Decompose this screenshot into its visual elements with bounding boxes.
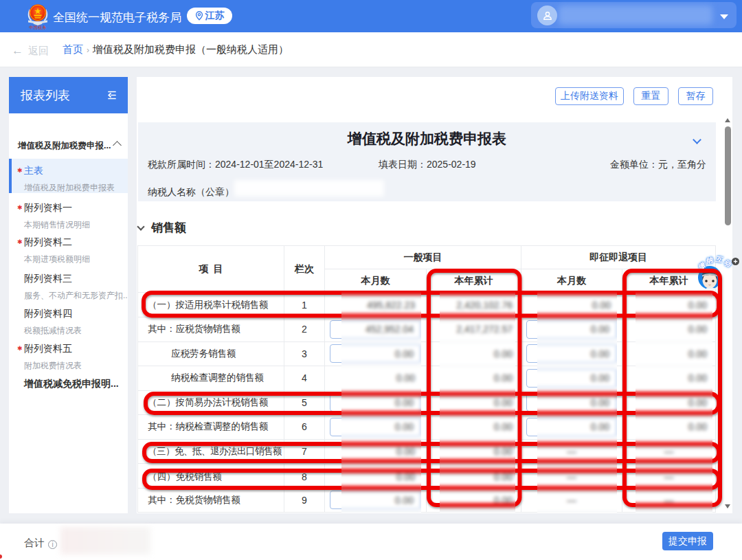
svg-text:中国税务: 中国税务	[29, 25, 46, 30]
svg-text:互: 互	[715, 255, 723, 264]
svg-text:纳: 纳	[704, 256, 715, 265]
